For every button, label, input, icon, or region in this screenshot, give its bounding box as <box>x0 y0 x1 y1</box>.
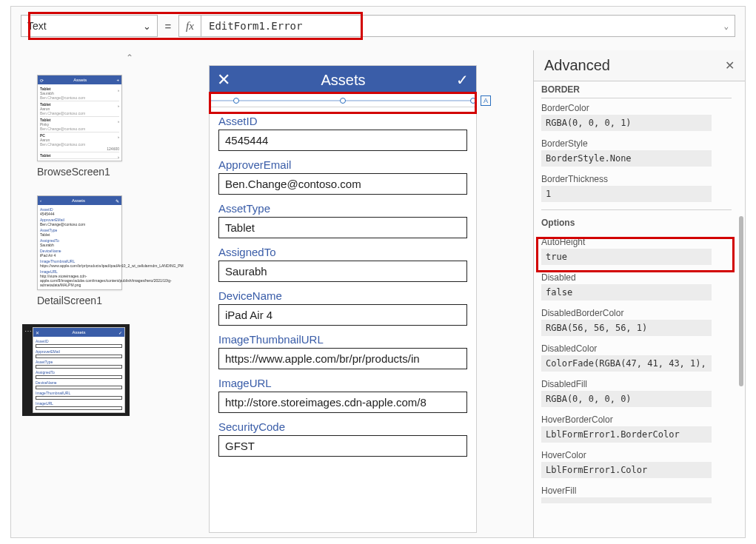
property-value[interactable]: ColorFade(RGBA(47, 41, 43, 1), 70%) <box>541 355 712 372</box>
field-input[interactable]: iPad Air 4 <box>218 304 467 326</box>
property-value[interactable]: LblFormError1.BorderColor <box>541 426 712 443</box>
property-value[interactable]: RGBA(56, 56, 56, 1) <box>541 320 712 336</box>
list-item: ImageThumbnailURLhttps://www.apple.com/b… <box>40 258 119 269</box>
formula-text: EditForm1.Error <box>209 20 302 32</box>
property-value[interactable]: RGBA(0, 0, 0, 0) <box>541 391 712 407</box>
list-item: ImageURLhttp://store.storeimages.cdn-app… <box>40 269 119 288</box>
form-field: ImageThumbnailURLhttps://www.apple.com/b… <box>218 333 467 369</box>
list-item: AssignedTo <box>36 369 122 380</box>
field-input[interactable]: Ben.Change@contoso.com <box>218 173 467 195</box>
field-input[interactable]: Saurabh <box>218 261 467 282</box>
thumb-browse-label: BrowseScreen1 <box>37 166 130 178</box>
property-row: HoverColorLblFormError1.Color <box>541 450 732 478</box>
list-item: ApproverEMailBen.Change@contoso.com <box>40 217 119 227</box>
thumb-edit-selected[interactable]: ⋯ ✕Assets✓ AssetIDApproverEMailAssetType… <box>22 324 130 416</box>
property-row: DisabledColorColorFade(RGBA(47, 41, 43, … <box>541 343 732 372</box>
section-border: Border <box>541 84 732 98</box>
field-input[interactable]: https://www.apple.com/br/pr/products/in <box>218 348 467 369</box>
property-label: HoverColor <box>541 450 732 460</box>
form-field: DeviceNameiPad Air 4 <box>218 289 467 326</box>
form-field: AssignedToSaurabh <box>218 246 467 282</box>
list-item: AssetID4545444 <box>40 206 119 217</box>
property-row: HoverFill <box>541 486 732 503</box>
scrollbar[interactable] <box>739 90 743 530</box>
app-title: Assets <box>230 72 456 89</box>
list-item: AssetType <box>36 359 122 369</box>
advanced-panel: Advanced ✕ Border BorderColorRGBA(0, 0, … <box>533 50 745 537</box>
list-item: DeviceNameiPad Air 4 <box>40 248 119 258</box>
property-label: HoverFill <box>541 486 732 496</box>
equals-label: = <box>158 15 178 37</box>
field-label: ApproverEmail <box>218 158 467 171</box>
property-row: BorderStyleBorderStyle.None <box>541 138 732 167</box>
close-icon[interactable]: ✕ <box>217 70 230 90</box>
form-field: AssetID4545444 <box>218 115 467 151</box>
formula-input[interactable]: EditForm1.Error ⌄ <box>201 15 735 37</box>
app-header: ✕ Assets ✓ <box>210 66 476 94</box>
check-icon[interactable]: ✓ <box>456 71 469 89</box>
list-item: Tablet› <box>40 152 119 159</box>
property-value[interactable]: true <box>541 249 712 265</box>
field-label: SecurityCode <box>218 420 467 433</box>
property-value[interactable]: LblFormError1.Color <box>541 462 712 478</box>
property-value[interactable]: 1 <box>541 186 712 202</box>
field-input[interactable]: Tablet <box>218 217 467 238</box>
check-icon: ✓ <box>118 330 122 335</box>
panel-title: Advanced <box>544 57 610 74</box>
thumb-detail[interactable]: ‹Assets✎ AssetID4545444ApproverEMailBen.… <box>37 195 122 290</box>
property-label: Disabled <box>541 272 732 283</box>
form-field: AssetTypeTablet <box>218 202 467 238</box>
property-label: AutoHeight <box>541 237 732 247</box>
more-icon[interactable]: ⋯ <box>24 327 33 335</box>
collapse-grip-icon[interactable]: ⌃ <box>118 52 141 64</box>
property-row: DisabledFillRGBA(0, 0, 0, 0) <box>541 379 732 407</box>
thumb-browse[interactable]: ⟳Assets+ TabletSaurabhBen.Change@contoso… <box>37 75 122 161</box>
list-item: TabletSaurabhBen.Change@contoso.com› <box>40 86 119 101</box>
field-label: ImageThumbnailURL <box>218 333 467 346</box>
close-icon[interactable]: ✕ <box>725 58 735 73</box>
form-field: ImageURLhttp://store.storeimages.cdn-app… <box>218 377 467 413</box>
property-label: DisabledBorderColor <box>541 308 732 318</box>
property-value[interactable]: BorderStyle.None <box>541 150 712 167</box>
property-row: HoverBorderColorLblFormError1.BorderColo… <box>541 414 732 443</box>
edit-form: AssetID4545444ApproverEmailBen.Change@co… <box>210 107 476 532</box>
property-dropdown-label: Text <box>27 20 47 32</box>
property-label: DisabledFill <box>541 379 732 389</box>
property-value[interactable]: RGBA(0, 0, 0, 1) <box>541 115 712 131</box>
property-row: AutoHeighttrue <box>541 237 732 265</box>
screen-thumbnails: ⟳Assets+ TabletSaurabhBen.Change@contoso… <box>22 70 130 416</box>
property-label: HoverBorderColor <box>541 414 732 425</box>
field-label: AssetID <box>218 115 467 127</box>
field-input[interactable]: 4545444 <box>218 130 467 151</box>
phone-canvas: ✕ Assets ✓ A AssetID4545444ApproverEmail… <box>209 65 477 533</box>
formula-bar: Text ⌄ = fx EditForm1.Error ⌄ <box>21 15 735 37</box>
list-item: DeviceName <box>36 380 122 390</box>
field-input[interactable]: http://store.storeimages.cdn-apple.com/8 <box>218 392 467 413</box>
list-item: AssetTypeTablet <box>40 227 119 238</box>
property-row: DisabledBorderColorRGBA(56, 56, 56, 1) <box>541 308 732 336</box>
form-field: SecurityCodeGFST <box>218 420 467 457</box>
list-item: ApproverEMail <box>36 349 122 359</box>
chevron-down-icon: ⌄ <box>143 21 151 32</box>
list-item: AssignedToSaurabh <box>40 238 119 248</box>
list-item: PCAaronBen.Change@contoso.com›124600 <box>40 132 119 152</box>
selected-error-label[interactable]: A <box>210 94 476 107</box>
fx-icon[interactable]: fx <box>178 15 201 37</box>
scrollbar-thumb[interactable] <box>739 216 743 386</box>
property-dropdown[interactable]: Text ⌄ <box>21 15 158 37</box>
property-row: BorderColorRGBA(0, 0, 0, 1) <box>541 103 732 131</box>
property-label: BorderStyle <box>541 138 732 149</box>
list-item: ImageThumbnailURL <box>36 390 122 400</box>
field-label: ImageURL <box>218 377 467 389</box>
property-row: Disabledfalse <box>541 272 732 300</box>
thumb-detail-label: DetailScreen1 <box>37 295 130 306</box>
edit-icon: ✎ <box>116 198 119 204</box>
field-label: AssetType <box>218 202 467 215</box>
list-item: TabletAaronBen.Change@contoso.com› <box>40 101 119 117</box>
field-input[interactable]: GFST <box>218 435 467 457</box>
plus-icon: + <box>116 78 119 82</box>
property-value[interactable]: false <box>541 284 712 300</box>
property-value[interactable] <box>541 497 712 503</box>
form-field: ApproverEmailBen.Change@contoso.com <box>218 158 467 195</box>
list-item: TabletPinkyBen.Change@contoso.com› <box>40 117 119 132</box>
